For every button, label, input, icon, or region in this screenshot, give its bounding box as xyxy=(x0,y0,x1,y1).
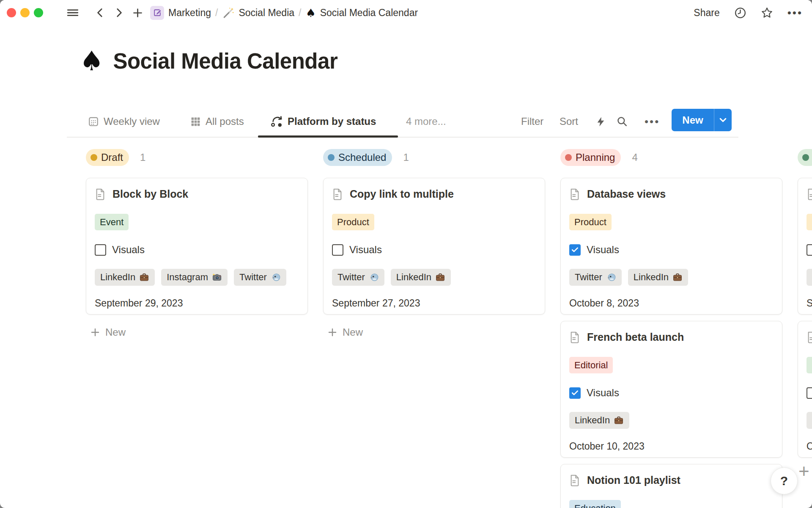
status-dot-icon xyxy=(328,154,335,161)
platform-tag: LinkedIn xyxy=(95,269,155,286)
status-dot-icon xyxy=(565,154,572,161)
board-column: Planning 4 Database views Product Visual… xyxy=(560,149,782,508)
board-card[interactable]: Notion 101 playlist Education xyxy=(560,464,782,508)
view-options-icon[interactable]: ••• xyxy=(645,112,660,131)
breadcrumb-item-marketing[interactable]: Marketing xyxy=(150,6,211,20)
tab-weekly-view[interactable]: Weekly view xyxy=(88,112,160,131)
category-tag: Education xyxy=(569,500,621,508)
breadcrumb-item-social-media[interactable]: Social Media xyxy=(222,7,294,19)
notion-window: Marketing / Social Media / ♠ Social Medi… xyxy=(0,0,812,508)
page-title: Social Media Calendar xyxy=(113,49,337,74)
add-new-card-button[interactable]: New xyxy=(86,325,308,340)
card-title: French beta launch xyxy=(587,331,684,343)
card-title: Notion 101 playlist xyxy=(587,474,680,486)
breadcrumb-item-social-media-calendar[interactable]: ♠ Social Media Calendar xyxy=(305,7,418,19)
category-tag: Product xyxy=(332,214,374,230)
filter-button[interactable]: Filter xyxy=(521,112,543,131)
updates-clock-icon[interactable] xyxy=(734,0,746,25)
column-status-pill[interactable] xyxy=(798,149,812,166)
breadcrumb-label: Social Media Calendar xyxy=(320,7,418,19)
platform-tag: LinkedIn xyxy=(569,412,629,429)
bird-icon xyxy=(369,272,379,282)
platform-label: Twitter xyxy=(575,272,602,283)
search-icon[interactable] xyxy=(617,112,628,131)
new-page-icon[interactable] xyxy=(131,0,144,25)
platform-tag: Instagram xyxy=(161,269,228,286)
check-icon xyxy=(571,247,579,253)
board-icon xyxy=(271,116,283,127)
close-window-button[interactable] xyxy=(7,8,16,17)
tab-platform-by-status[interactable]: Platform by status xyxy=(271,112,376,131)
status-dot-icon xyxy=(91,154,97,161)
window-titlebar: Marketing / Social Media / ♠ Social Medi… xyxy=(0,0,812,25)
more-views-button[interactable]: 4 more... xyxy=(406,112,446,131)
favorite-star-icon[interactable] xyxy=(761,0,773,25)
category-tag xyxy=(807,357,812,373)
new-button[interactable]: New xyxy=(672,109,732,131)
board-card[interactable]: Copy link to multiple Product Visuals Tw… xyxy=(323,178,545,315)
column-name: Planning xyxy=(576,152,615,163)
platform-tag xyxy=(807,412,812,429)
visuals-checkbox[interactable] xyxy=(569,387,581,399)
board-card[interactable]: S xyxy=(798,178,812,315)
lightning-icon[interactable] xyxy=(595,112,606,131)
tab-label: Platform by status xyxy=(288,116,376,127)
plus-icon xyxy=(90,327,100,337)
checkbox-label: Visuals xyxy=(112,244,145,256)
visuals-checkbox[interactable] xyxy=(569,244,581,256)
card-date: September 27, 2023 xyxy=(332,298,536,309)
column-status-pill[interactable]: Scheduled xyxy=(323,149,392,166)
visuals-checkbox[interactable] xyxy=(95,244,106,256)
page-icon-spade[interactable]: ♠ xyxy=(80,47,104,75)
card-date: September 29, 2023 xyxy=(95,298,299,309)
column-name: Draft xyxy=(101,152,123,163)
checkbox-label: Visuals xyxy=(587,387,619,399)
tab-label: All posts xyxy=(206,116,244,127)
add-new-label: New xyxy=(105,326,126,338)
column-count: 1 xyxy=(403,152,409,163)
board-card[interactable]: French beta launch Editorial Visuals Lin… xyxy=(560,321,782,458)
column-count: 4 xyxy=(632,152,637,163)
card-date: O xyxy=(807,441,812,452)
column-status-pill[interactable]: Draft xyxy=(86,149,129,166)
more-options-icon[interactable]: ••• xyxy=(787,0,803,25)
column-count: 1 xyxy=(140,152,145,163)
board-card[interactable]: Block by Block Event Visuals LinkedInIns… xyxy=(86,178,308,315)
column-cards: S O xyxy=(798,178,812,458)
bird-icon xyxy=(271,272,281,282)
category-tag xyxy=(807,214,812,230)
sort-button[interactable]: Sort xyxy=(560,112,578,131)
window-controls xyxy=(7,8,43,17)
active-tab-underline xyxy=(258,135,398,138)
board-card[interactable]: Database views Product Visuals TwitterLi… xyxy=(560,178,782,315)
add-new-card-button[interactable]: New xyxy=(323,325,545,340)
category-tag: Product xyxy=(569,214,612,230)
platform-tags xyxy=(807,412,812,429)
help-button[interactable]: ? xyxy=(771,467,798,494)
board-card[interactable]: O xyxy=(798,321,812,458)
column-cards: Block by Block Event Visuals LinkedInIns… xyxy=(86,178,308,315)
compose-icon xyxy=(150,6,164,20)
platform-label: Twitter xyxy=(337,272,365,283)
forward-icon[interactable] xyxy=(112,0,125,25)
breadcrumb: Marketing / Social Media / ♠ Social Medi… xyxy=(150,0,418,25)
add-card-edge-button[interactable]: + xyxy=(798,461,809,482)
sidebar-toggle-icon[interactable] xyxy=(66,0,80,25)
back-icon[interactable] xyxy=(94,0,107,25)
breadcrumb-separator: / xyxy=(215,7,218,19)
visuals-checkbox[interactable] xyxy=(807,387,812,399)
share-button[interactable]: Share xyxy=(694,7,719,19)
status-dot-icon xyxy=(802,154,809,161)
chevron-down-icon[interactable] xyxy=(714,117,732,123)
new-button-label: New xyxy=(672,114,714,126)
tab-all-posts[interactable]: All posts xyxy=(190,112,244,131)
calendar-icon xyxy=(88,116,99,127)
column-cards: Copy link to multiple Product Visuals Tw… xyxy=(323,178,545,315)
toolbar-divider xyxy=(67,137,738,138)
visuals-checkbox[interactable] xyxy=(807,244,812,256)
column-status-pill[interactable]: Planning xyxy=(560,149,621,166)
platform-tags: TwitterLinkedIn xyxy=(332,269,536,286)
minimize-window-button[interactable] xyxy=(20,8,30,17)
zoom-window-button[interactable] xyxy=(34,8,43,17)
visuals-checkbox[interactable] xyxy=(332,244,343,256)
